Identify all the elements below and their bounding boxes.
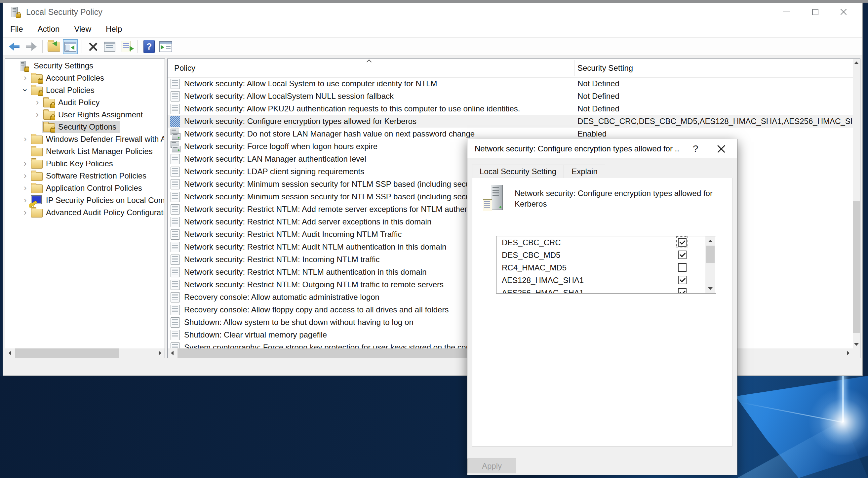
tree-item-label: User Rights Assignment [58,110,143,119]
tree-item[interactable]: › User Rights Assignment [6,109,164,121]
policy-row[interactable]: Network security: Do not store LAN Manag… [167,128,853,140]
encryption-option-row[interactable]: DES_CBC_CRC [496,236,716,249]
tree-expand-chevron-icon[interactable]: › [20,158,30,169]
window-controls [773,3,858,21]
scroll-up-icon[interactable] [853,59,860,67]
forward-button[interactable] [24,39,38,54]
dialog-titlebar[interactable]: Network security: Configure encryption t… [467,139,737,158]
tree-expand-chevron-icon[interactable]: › [20,134,30,144]
security-setting-value: Not Defined [578,92,853,101]
up-one-level-icon [48,42,60,52]
properties-button[interactable] [102,39,117,54]
scrollbar-thumb[interactable] [15,349,119,358]
tree-item[interactable]: › Advanced Audit Policy Configuration [6,206,164,218]
tree-expand-chevron-icon[interactable]: › [20,73,30,83]
tree-item[interactable]: › Application Control Policies [6,182,164,194]
policy-row-icon [170,216,180,227]
new-window-button[interactable] [158,39,173,54]
delete-button[interactable] [86,39,100,54]
tree-item[interactable]: › Account Policies [6,72,164,84]
scroll-right-icon[interactable] [843,349,853,358]
dialog-policy-header: Network security: Configure encryption t… [478,183,727,220]
show-console-tree-button[interactable] [63,39,78,54]
encryption-option-row[interactable]: DES_CBC_MD5 [496,249,716,262]
menu-item[interactable]: Help [98,21,129,37]
scroll-down-icon[interactable] [705,284,715,293]
menu-item[interactable]: Action [30,21,67,37]
tree-expand-chevron-icon[interactable]: › [20,171,30,181]
tree-item[interactable]: › Local Policies [6,84,164,96]
dialog-close-button[interactable] [711,139,731,158]
tree-expand-chevron-icon[interactable]: › [20,85,30,95]
encryption-option-row[interactable]: AES256_HMAC_SHA1 [496,287,716,294]
tree-item[interactable]: › Public Key Policies [6,157,164,170]
tree-item[interactable]: › IP Security Policies on Local Compute [6,194,164,206]
policy-row-icon [170,116,180,127]
scroll-down-icon[interactable] [853,340,860,349]
column-divider[interactable] [574,60,575,76]
tree-item[interactable]: › Software Restriction Policies [6,170,164,182]
dialog-tab[interactable]: Local Security Setting [472,165,564,178]
tree-item[interactable]: › Audit Policy [6,96,164,109]
encryption-option-checkbox[interactable] [678,238,686,247]
dialog-button[interactable]: Apply [467,458,516,473]
column-header-policy[interactable]: Policy [174,59,195,77]
tree-item[interactable]: Network List Manager Policies [6,145,164,157]
window-titlebar[interactable]: Local Security Policy [3,3,862,21]
policy-row[interactable]: Network security: Configure encryption t… [167,115,853,128]
policy-row-icon [170,191,180,202]
list-vertical-scrollbar[interactable] [853,59,860,349]
tree-item-icon [43,110,55,120]
menu-item[interactable]: File [3,21,30,37]
encryption-option-checkbox[interactable] [678,263,686,272]
tree-expand-chevron-icon[interactable]: › [20,207,30,217]
tree-item[interactable]: Security Options [6,121,164,133]
scrollbar-thumb[interactable] [853,201,860,333]
close-button[interactable] [829,3,858,21]
tree-item-icon [31,183,43,193]
encryption-option-checkbox[interactable] [678,288,686,294]
tree-item[interactable]: › Windows Defender Firewall with Adva [6,133,164,145]
export-list-button[interactable] [119,39,133,54]
tree-item-icon [31,146,43,156]
policy-row[interactable]: Network security: Allow LocalSystem NULL… [167,90,853,102]
tree-expand-chevron-icon[interactable]: › [32,97,42,108]
policy-row[interactable]: Network security: Allow Local System to … [167,77,853,90]
tree-item[interactable]: Security Settings [6,60,164,72]
scroll-left-icon[interactable] [5,349,14,358]
policy-row-icon [170,330,180,340]
tree-expand-chevron-icon[interactable]: › [20,183,30,193]
back-button[interactable] [7,39,22,54]
listbox-vertical-scrollbar[interactable] [705,236,715,293]
tree-item-icon [19,61,30,71]
scroll-right-icon[interactable] [155,349,165,358]
toolbar: ? [3,38,862,56]
scroll-up-icon[interactable] [705,236,715,246]
minimize-icon [783,11,790,12]
maximize-button[interactable] [801,3,829,21]
top-edge-strip [0,0,868,3]
minimize-button[interactable] [773,3,801,21]
menu-item[interactable]: View [67,21,98,37]
column-header-security-setting[interactable]: Security Setting [578,59,633,77]
app-icon [10,7,22,17]
tree-expand-chevron-icon[interactable]: › [32,110,42,120]
scrollbar-thumb[interactable] [706,246,715,263]
dialog-tab[interactable]: Explain [564,165,605,178]
up-one-level-button[interactable] [46,39,61,54]
tree-expand-chevron-icon[interactable]: › [20,195,30,205]
wallpaper-glow-spot [807,389,868,455]
policy-name: Network security: Configure encryption t… [184,117,574,126]
encryption-option-checkbox[interactable] [678,276,686,284]
encryption-option-row[interactable]: RC4_HMAC_MD5 [496,262,716,274]
dialog-help-button[interactable]: ? [686,139,705,158]
scroll-left-icon[interactable] [167,349,177,358]
encryption-option-checkbox[interactable] [678,250,686,259]
policy-row-icon [170,292,180,302]
policy-row[interactable]: Network security: Allow PKU2U authentica… [167,102,853,115]
encryption-option-row[interactable]: AES128_HMAC_SHA1 [496,274,716,287]
tree-item-icon [31,159,43,169]
tree-horizontal-scrollbar[interactable] [5,349,165,358]
export-list-icon [122,41,131,52]
help-button[interactable]: ? [142,39,156,54]
